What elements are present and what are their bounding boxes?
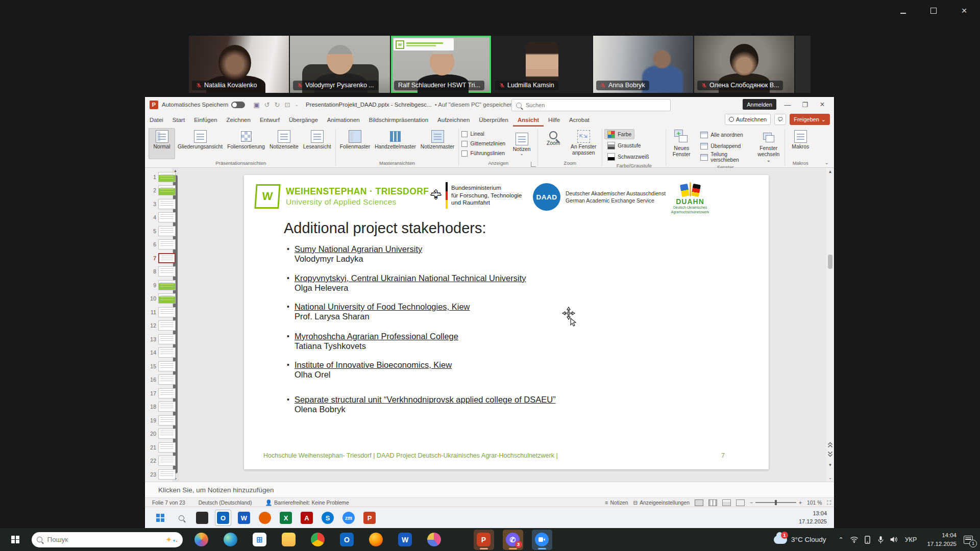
slide-thumbnail-22[interactable]: 22 [145,454,179,468]
next-slide-button[interactable] [827,451,833,457]
thumbnail-preview[interactable] [158,469,176,480]
sign-in-button[interactable]: Anmelden [743,99,776,110]
thumbnail-preview[interactable] [158,402,176,412]
ribbon-button-neues-fenster[interactable]: Neues Fenster [668,128,695,163]
scrollbar-thumb[interactable] [828,255,832,269]
thumbnail-preview[interactable] [158,266,176,277]
notification-center-button[interactable]: 1 [962,534,975,545]
previous-slide-button[interactable] [827,442,833,448]
ribbon-button-foliensortierung[interactable]: Foliensortierung [225,128,267,159]
display-settings-button[interactable]: ⊟Anzeigeeinstellungen [633,499,690,506]
ribbon-button-an-fenster-anpassen[interactable]: An Fenster anpassen [567,128,600,159]
thumbnail-preview[interactable] [158,199,176,209]
tab-entwurf[interactable]: Entwurf [255,114,284,127]
copilot-icon[interactable] [191,530,212,550]
speaker-icon[interactable] [887,536,900,543]
ribbon-button-farbe[interactable]: Farbe [604,129,634,139]
ribbon-button-makros[interactable]: Makros [787,128,814,159]
zoom-knob[interactable] [775,500,777,505]
ribbon-button-notizen[interactable]: Notizen⌄ [508,128,535,159]
language-selector[interactable]: Deutsch (Deutschland) [199,500,252,506]
slide-thumbnail-8[interactable]: 8 [145,265,179,279]
desktop-icon[interactable] [194,510,210,526]
document-scrollbar[interactable]: ▲ ▼ ⌄ [826,168,834,482]
thumbnail-preview[interactable] [158,456,176,466]
slide-thumbnail-16[interactable]: 16 [145,373,179,387]
edge-icon[interactable] [220,530,241,550]
notes-splitter-chevron-icon[interactable]: ⌄ [826,475,834,480]
word-icon[interactable]: W [236,510,252,526]
dialog-launcher-icon[interactable] [531,162,536,167]
firefox-icon[interactable] [257,510,273,526]
slide-thumbnail-13[interactable]: 13 [145,332,179,346]
taskbar-search-box[interactable]: ✦✦• [32,532,183,547]
weather-widget[interactable]: 1 3°C Cloudy [774,536,826,544]
tab-übergänge[interactable]: Übergänge [284,114,323,127]
checkbox-gitternetzlinien[interactable]: Gitternetzlinien [461,139,505,148]
slideshow-icon[interactable]: ⊡ [285,101,290,109]
thumbnail-preview[interactable] [158,415,176,425]
slide-thumbnail-14[interactable]: 14 [145,346,179,360]
ribbon-button-teilung-verschieben[interactable]: Teilung verschieben [697,152,752,162]
thumbnail-preview[interactable] [158,361,176,371]
thumbnail-preview[interactable] [158,374,176,385]
slide-thumbnail-18[interactable]: 18 [145,400,179,414]
scroll-up-icon[interactable]: ▲ [826,169,834,174]
participant-video[interactable]: Nataliia Kovalenko [189,36,289,93]
notes-pane[interactable]: Klicken Sie, um Notizen hinzuzufügen [145,482,834,498]
ribbon-button-gliederungsansicht[interactable]: Gliederungsansicht [176,128,225,159]
ppt-maximize-icon[interactable]: ❐ [796,97,814,112]
participant-video[interactable]: Volodymyr Pysarenko ... [290,36,390,93]
normal-view-button[interactable] [695,499,703,506]
close-icon[interactable]: × [958,5,971,16]
thumbnail-preview[interactable] [158,442,176,453]
ribbon-button-folienmaster[interactable]: Folienmaster [338,128,373,159]
browser-h-icon[interactable] [424,530,445,550]
slide-thumbnail-9[interactable]: 9 [145,278,179,292]
slide-sorter-view-button[interactable] [708,499,717,506]
slideshow-view-button[interactable] [736,499,745,506]
ppt-minimize-icon[interactable]: — [779,97,796,112]
ribbon-button-alle-anordnen[interactable]: Alle anordnen [697,130,752,140]
tab-start[interactable]: Start [168,114,189,127]
tab-hilfe[interactable]: Hilfe [544,114,565,127]
chrome-icon[interactable] [308,530,328,550]
participant-video[interactable]: WRalf Schlauderer HSWT Tri... [391,36,491,93]
slide-thumbnail-1[interactable]: 1 [145,170,179,184]
participant-video[interactable]: Anna Bobryk [593,36,693,93]
participant-video[interactable]: Ludmilla Kamsin [492,36,592,93]
word-icon[interactable]: W [395,530,415,550]
thumbnail-preview[interactable] [158,226,176,236]
powerpoint-icon[interactable]: P [474,530,494,550]
ribbon-button-leseansicht[interactable]: Leseansicht [301,128,333,159]
thumbnail-preview[interactable] [158,334,176,344]
accessibility-status[interactable]: 👤Barrierefreiheit: Keine Probleme [265,499,349,506]
ribbon-button-notizenmaster[interactable]: Notizenmaster [419,128,456,159]
thumbnail-preview[interactable] [158,293,176,304]
tab-datei[interactable]: Datei [145,114,168,127]
viber-icon[interactable]: ✆3 [503,530,523,550]
customize-toolbar-chevron-icon[interactable]: ⌄ [295,102,299,107]
tab-überprüfen[interactable]: Überprüfen [474,114,513,127]
start-icon[interactable] [152,510,168,526]
slide-thumbnail-21[interactable]: 21 [145,440,179,454]
acrobat-icon[interactable]: A [299,510,315,526]
slide-thumbnail-4[interactable]: 4 [145,211,179,224]
search-icon[interactable] [173,510,189,526]
tab-einfügen[interactable]: Einfügen [189,114,222,127]
thumbnail-preview[interactable] [158,280,176,290]
tab-zeichnen[interactable]: Zeichnen [222,114,255,127]
tab-aufzeichnen[interactable]: Aufzeichnen [433,114,474,127]
zoom-icon[interactable] [532,530,552,550]
slide-thumbnail-17[interactable]: 17 [145,386,179,400]
file-explorer-icon[interactable] [279,530,299,550]
slide-thumbnail-5[interactable]: 5 [145,224,179,238]
outlook-icon[interactable]: O [215,510,231,526]
slide-thumbnail-12[interactable]: 12 [145,319,179,333]
taskbar-clock[interactable]: 14:04 17.12.2025 [927,531,957,548]
tab-ansicht[interactable]: Ansicht [513,114,544,127]
slide-thumbnail-15[interactable]: 15 [145,359,179,373]
fit-slide-to-window-icon[interactable]: ⛶ [827,499,831,506]
ribbon-button-fenster-wechseln[interactable]: Fenster wechseln ⌄ [754,128,782,163]
participant-video[interactable]: Олена Слободянюк В... [694,36,794,93]
